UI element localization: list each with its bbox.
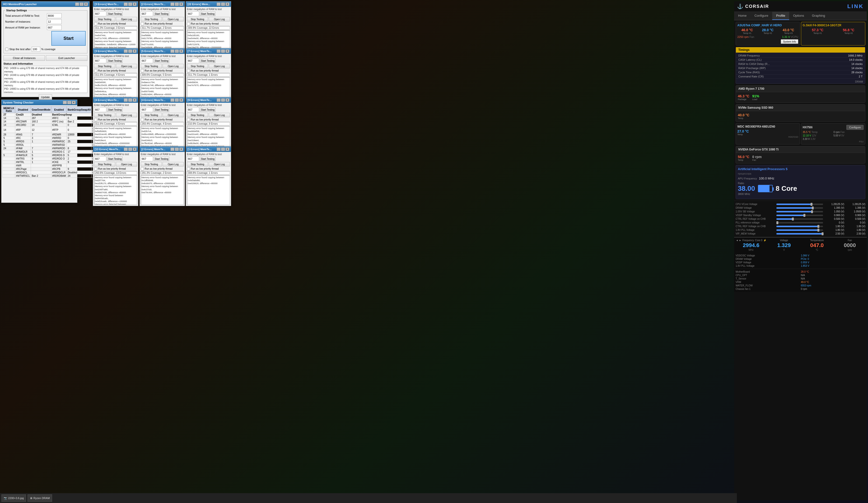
pll-ref-track[interactable] (776, 222, 823, 223)
system-info-btn[interactable]: System Info (781, 39, 798, 44)
open-log-btn-inst6[interactable]: Open Log (209, 64, 230, 68)
open-log-btn-inst1[interactable]: Open Log (116, 17, 137, 21)
taskbar-item-1[interactable]: 🖥 Ryzen DRAM (28, 494, 52, 502)
memtest-max-inst5[interactable]: □ (175, 49, 179, 53)
start-testing-btn-inst4[interactable]: Start Testing (107, 59, 123, 63)
memtest-min-inst4[interactable]: _ (124, 49, 128, 53)
close-all-btn[interactable]: Close all Instances (3, 55, 45, 61)
timing-maximize-btn[interactable]: □ (67, 101, 71, 104)
memtest-titlebar-inst6[interactable]: [7 Errors] MemTe... _ □ ✕ (186, 48, 231, 54)
memtest-close-inst6[interactable]: ✕ (226, 49, 229, 53)
minimize-btn[interactable]: _ (75, 2, 79, 6)
memtest-titlebar-inst9[interactable]: [9 Errors] MemTe... _ □ ✕ (186, 97, 231, 103)
memtest-max-inst6[interactable]: □ (221, 49, 225, 53)
start-testing-btn-inst11[interactable]: Start Testing (154, 157, 169, 161)
start-button[interactable]: Start (51, 31, 86, 46)
update-btn[interactable]: Update (39, 94, 52, 100)
memtest-close-inst5[interactable]: ✕ (179, 49, 183, 53)
dram-slider-track[interactable] (776, 207, 823, 209)
taskbar-item-0[interactable]: 📷 2200+3.6.jpg (1, 494, 26, 502)
stop-test-checkbox[interactable] (5, 48, 8, 51)
low-priority-cb-inst11[interactable] (141, 167, 144, 170)
memtest-max-inst1[interactable]: □ (128, 2, 132, 6)
stop-testing-btn-inst8[interactable]: Stop Testing (141, 113, 162, 117)
ram-input-inst6[interactable] (187, 58, 199, 63)
open-log-btn-inst7[interactable]: Open Log (116, 113, 137, 117)
low-priority-cb-inst9[interactable] (187, 118, 190, 121)
memtest-max-inst4[interactable]: □ (128, 49, 132, 53)
memtest-max-inst11[interactable]: □ (175, 148, 179, 151)
low-priority-cb-inst4[interactable] (94, 69, 97, 72)
nav-graphing[interactable]: Graphing (808, 12, 829, 20)
memtest-max-inst12[interactable]: □ (221, 148, 225, 151)
stop-testing-btn-inst1[interactable]: Stop Testing (94, 17, 115, 21)
memtest-min-inst5[interactable]: _ (170, 49, 174, 53)
memtest-min-inst2[interactable]: _ (170, 2, 174, 6)
ram-input-inst9[interactable] (187, 107, 199, 112)
sb-slider-track[interactable] (776, 211, 823, 212)
low-priority-cb-inst2[interactable] (141, 22, 144, 25)
timing-minimize-btn[interactable]: _ (63, 101, 67, 104)
open-log-btn-inst3[interactable]: Open Log (209, 17, 230, 21)
ref-chb1-track[interactable] (776, 218, 823, 220)
18v-track[interactable] (776, 226, 823, 227)
open-log-btn-inst10[interactable]: Open Log (116, 162, 137, 167)
low-priority-cb-inst1[interactable] (94, 22, 97, 25)
start-testing-btn-inst9[interactable]: Start Testing (200, 108, 215, 112)
memtest-titlebar-inst7[interactable]: [4 Errors] MemTe... _ □ ✕ (93, 97, 138, 103)
18vpll-track[interactable] (776, 229, 823, 231)
open-log-btn-inst9[interactable]: Open Log (209, 113, 230, 117)
coverage-input[interactable] (32, 47, 40, 52)
ram-input-inst10[interactable] (94, 157, 106, 161)
open-log-btn-inst12[interactable]: Open Log (209, 162, 230, 167)
ram-per-instance-input[interactable] (47, 25, 62, 30)
start-testing-btn-inst2[interactable]: Start Testing (154, 12, 169, 16)
memtest-max-inst3[interactable]: □ (221, 2, 225, 6)
stop-testing-btn-inst3[interactable]: Stop Testing (187, 17, 208, 21)
memtest-close-inst2[interactable]: ✕ (179, 2, 183, 6)
open-log-btn-inst4[interactable]: Open Log (116, 64, 137, 68)
exit-launcher-btn[interactable]: Exit Launcher (46, 55, 87, 61)
memtest-min-inst1[interactable]: _ (124, 2, 128, 6)
nav-options[interactable]: Options (789, 12, 808, 20)
memtest-max-inst9[interactable]: □ (221, 98, 225, 102)
ram-input-inst1[interactable] (94, 11, 106, 16)
maximize-btn[interactable]: □ (80, 2, 83, 6)
ram-input-inst8[interactable] (141, 107, 153, 112)
memtest-max-inst10[interactable]: □ (128, 148, 132, 151)
memtest-min-inst10[interactable]: _ (124, 148, 128, 151)
close-btn[interactable]: ✕ (84, 2, 88, 6)
low-priority-cb-inst8[interactable] (141, 118, 144, 121)
memtest-titlebar-inst12[interactable]: [1 Errors] MemTe... _ □ ✕ (186, 147, 231, 152)
25v-track[interactable] (776, 233, 823, 234)
memtest-min-inst7[interactable]: _ (124, 98, 128, 102)
memtest-close-inst9[interactable]: ✕ (226, 98, 229, 102)
memtest-titlebar-inst1[interactable]: [3 Errors] MemTe... _ □ ✕ (93, 1, 138, 7)
low-priority-cb-inst5[interactable] (141, 69, 144, 72)
low-priority-cb-inst12[interactable] (187, 167, 190, 170)
memtest-close-inst11[interactable]: ✕ (179, 148, 183, 151)
open-log-btn-inst5[interactable]: Open Log (163, 64, 184, 68)
start-testing-btn-inst7[interactable]: Start Testing (107, 108, 123, 112)
memtest-close-inst12[interactable]: ✕ (226, 148, 229, 151)
memtest-titlebar-inst8[interactable]: [4 Errors] MemTe... _ □ ✕ (140, 97, 185, 103)
memtest-titlebar-inst10[interactable]: [13 Errors] MemTe... _ □ ✕ (93, 147, 138, 152)
open-log-btn-inst2[interactable]: Open Log (163, 17, 184, 21)
memtest-titlebar-inst5[interactable]: [5 Errors] MemTe... _ □ ✕ (140, 48, 185, 54)
ram-input-inst12[interactable] (187, 157, 199, 161)
stop-testing-btn-inst4[interactable]: Stop Testing (94, 64, 115, 68)
instances-input[interactable] (47, 19, 62, 24)
open-log-btn-inst11[interactable]: Open Log (163, 162, 184, 167)
memtest-min-inst3[interactable]: _ (217, 2, 220, 6)
low-priority-cb-inst10[interactable] (94, 167, 97, 170)
hci-launcher-titlebar[interactable]: HCI MemtestPro Launcher _ □ ✕ (1, 1, 90, 7)
memtest-max-inst8[interactable]: □ (175, 98, 179, 102)
stop-testing-btn-inst7[interactable]: Stop Testing (94, 113, 115, 117)
memtest-close-inst1[interactable]: ✕ (133, 2, 136, 6)
vddp-slider-track[interactable] (776, 215, 823, 216)
stop-testing-btn-inst12[interactable]: Stop Testing (187, 162, 208, 167)
start-testing-btn-inst10[interactable]: Start Testing (107, 157, 123, 161)
memtest-min-inst9[interactable]: _ (217, 98, 220, 102)
stop-testing-btn-inst11[interactable]: Stop Testing (141, 162, 162, 167)
memtest-close-inst10[interactable]: ✕ (133, 148, 136, 151)
